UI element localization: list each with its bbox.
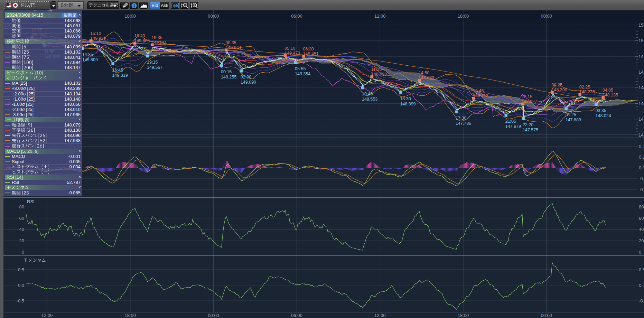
svg-text:148.5: 148.5	[638, 85, 644, 90]
svg-text:148.0: 148.0	[638, 101, 644, 106]
svg-text:06:00: 06:00	[291, 313, 302, 318]
svg-text:148.798: 148.798	[371, 72, 387, 77]
svg-text:149.451: 149.451	[303, 52, 319, 56]
svg-text:00:00: 00:00	[541, 313, 552, 318]
svg-text:147.927: 147.927	[522, 99, 537, 104]
svg-text:05:55: 05:55	[295, 66, 306, 71]
svg-text:18:00: 18:00	[125, 13, 136, 19]
svg-text:-0.5: -0.5	[17, 298, 24, 303]
svg-text:18:00: 18:00	[458, 13, 469, 19]
svg-text:149.811: 149.811	[151, 40, 167, 45]
svg-text:0: 0	[639, 250, 641, 255]
svg-text:60: 60	[639, 216, 644, 221]
svg-text:19:35: 19:35	[151, 35, 162, 40]
svg-text:16:45: 16:45	[112, 68, 123, 73]
svg-text:149.090: 149.090	[241, 80, 256, 85]
svg-text:148.683: 148.683	[419, 75, 434, 80]
svg-text:17:30: 17:30	[456, 116, 466, 121]
svg-text:148.300: 148.300	[552, 87, 567, 92]
svg-text:18:20: 18:20	[134, 34, 145, 38]
svg-text:149.319: 149.319	[112, 73, 128, 78]
svg-text:148.399: 148.399	[400, 102, 416, 106]
svg-text:149.865: 149.865	[134, 38, 150, 43]
svg-text:00:00: 00:00	[541, 13, 552, 19]
svg-text:149.0: 149.0	[638, 69, 644, 75]
svg-text:147.575: 147.575	[523, 128, 538, 132]
svg-text:40: 40	[19, 227, 24, 232]
svg-text:18:00: 18:00	[125, 313, 136, 318]
svg-text:20: 20	[19, 238, 24, 243]
svg-text:00:00: 00:00	[208, 13, 219, 19]
svg-text:20: 20	[639, 238, 644, 243]
svg-text:149.939: 149.939	[90, 36, 106, 41]
svg-text:06:30: 06:30	[303, 47, 314, 52]
svg-text:149.5: 149.5	[638, 54, 644, 59]
svg-text:RSI: RSI	[27, 199, 35, 204]
svg-text:18:00: 18:00	[458, 313, 469, 318]
svg-text:149.644: 149.644	[225, 45, 241, 50]
svg-text:80: 80	[639, 204, 644, 209]
svg-text:0.0: 0.0	[639, 165, 644, 170]
svg-text:14:35: 14:35	[82, 52, 93, 57]
svg-text:06:00: 06:00	[291, 13, 302, 19]
svg-text:80: 80	[19, 204, 24, 209]
svg-text:00:25: 00:25	[552, 83, 562, 87]
svg-text:02:00: 02:00	[241, 75, 251, 80]
svg-text:148.553: 148.553	[362, 97, 377, 102]
svg-text:05:10: 05:10	[284, 46, 295, 51]
svg-text:14:50: 14:50	[419, 71, 429, 75]
svg-text:11:25: 11:25	[371, 67, 382, 72]
svg-text:147.889: 147.889	[566, 118, 581, 122]
svg-text:149.567: 149.567	[147, 65, 162, 70]
svg-text:0.0: 0.0	[18, 283, 24, 288]
svg-text:150.0: 150.0	[638, 38, 644, 43]
svg-text:03:35: 03:35	[596, 108, 606, 113]
svg-text:21:05: 21:05	[505, 119, 516, 124]
svg-text:13:30: 13:30	[400, 96, 411, 101]
svg-text:0.5: 0.5	[18, 267, 24, 272]
svg-text:02:25: 02:25	[579, 85, 590, 90]
svg-text:148.112: 148.112	[473, 93, 488, 98]
svg-text:01:25: 01:25	[566, 112, 576, 117]
svg-text:147.0: 147.0	[638, 132, 644, 138]
svg-text:12:00: 12:00	[374, 13, 386, 19]
svg-text:150.5: 150.5	[638, 22, 644, 28]
svg-text:147.679: 147.679	[505, 124, 521, 129]
svg-text:0.1: 0.1	[639, 155, 644, 160]
svg-text:148.024: 148.024	[596, 113, 611, 118]
svg-text:147.5: 147.5	[638, 116, 644, 122]
svg-text:12:00: 12:00	[374, 313, 386, 318]
svg-text:18:45: 18:45	[473, 88, 484, 93]
svg-text:148.135: 148.135	[603, 93, 618, 97]
svg-text:149.809: 149.809	[82, 57, 98, 62]
svg-text:149.255: 149.255	[221, 75, 236, 80]
svg-text:22:15: 22:15	[522, 94, 532, 99]
svg-text:00:15: 00:15	[221, 69, 232, 74]
svg-text:15:10: 15:10	[90, 31, 101, 36]
svg-text:-0.2: -0.2	[639, 187, 644, 192]
svg-text:00:00: 00:00	[208, 313, 219, 318]
svg-text:00:35: 00:35	[225, 40, 236, 45]
svg-text:0: 0	[22, 250, 24, 255]
svg-text:-0.1: -0.1	[639, 176, 644, 181]
svg-text:149.354: 149.354	[295, 72, 310, 76]
svg-text:40: 40	[639, 227, 644, 232]
svg-text:148.236: 148.236	[579, 90, 595, 94]
svg-text:0.2: 0.2	[639, 144, 644, 149]
svg-text:149.473: 149.473	[284, 51, 300, 56]
svg-text:60: 60	[19, 216, 24, 221]
svg-text:-0.5: -0.5	[639, 298, 644, 303]
svg-text:22:20: 22:20	[523, 122, 533, 127]
svg-text:0.5: 0.5	[639, 267, 644, 272]
svg-text:10:45: 10:45	[362, 92, 373, 96]
svg-text:19:15: 19:15	[147, 60, 158, 65]
svg-text:12:00: 12:00	[41, 313, 53, 318]
svg-text:04:05: 04:05	[603, 88, 613, 93]
svg-text:0.0: 0.0	[639, 283, 644, 288]
svg-text:147.786: 147.786	[456, 121, 471, 126]
